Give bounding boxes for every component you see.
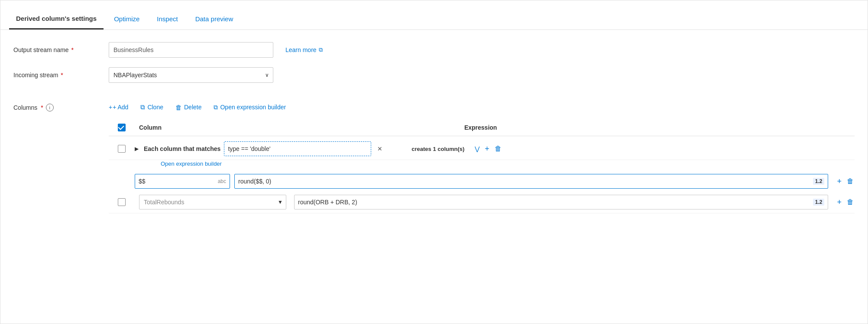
total-rebounds-col-select[interactable]: TotalRebounds bbox=[139, 195, 286, 209]
form-area: Output stream name * Learn more ⧉ Incomi… bbox=[0, 30, 868, 101]
clone-button[interactable]: ⧉ Clone bbox=[134, 101, 169, 113]
required-star-2: * bbox=[59, 72, 63, 79]
incoming-stream-row: Incoming stream * NBAPlayerStats ∨ bbox=[13, 67, 855, 83]
row-1-checkbox[interactable] bbox=[118, 145, 126, 153]
match-condition-input[interactable] bbox=[224, 141, 371, 156]
output-stream-row: Output stream name * Learn more ⧉ bbox=[13, 42, 855, 58]
delete-row-1-button[interactable]: 🗑 bbox=[494, 144, 502, 154]
tabs-bar: Derived column's settings Optimize Inspe… bbox=[0, 0, 868, 30]
required-star: * bbox=[70, 46, 74, 53]
delete-button[interactable]: 🗑 Delete bbox=[169, 101, 207, 113]
output-stream-input[interactable] bbox=[109, 42, 273, 58]
add-sub-row-button[interactable]: + bbox=[484, 144, 490, 154]
sub-col-field[interactable]: $$ abc bbox=[135, 174, 230, 189]
row-2-actions: + 🗑 bbox=[836, 197, 855, 208]
open-expr-link-row1[interactable]: Open expression builder bbox=[161, 160, 222, 167]
column-header: Column bbox=[135, 124, 464, 131]
total-rebounds-row: TotalRebounds ▼ round(ORB + DRB, 2) 1.2 … bbox=[109, 191, 855, 213]
plus-icon-row2: + bbox=[837, 198, 842, 207]
open-expr-icon: ⧉ bbox=[214, 104, 218, 111]
trash-icon-row2: 🗑 bbox=[847, 198, 854, 206]
chevron-double-down-icon: ⋁ bbox=[475, 145, 479, 152]
row-1-actions: ⋁ + 🗑 bbox=[474, 144, 502, 154]
output-stream-label: Output stream name * bbox=[13, 46, 109, 53]
table-header: Column Expression bbox=[109, 119, 855, 136]
expression-header: Expression bbox=[464, 124, 855, 131]
incoming-stream-select[interactable]: NBAPlayerStats bbox=[109, 67, 273, 83]
incoming-stream-select-wrapper: NBAPlayerStats ∨ bbox=[109, 67, 273, 83]
tab-data-preview[interactable]: Data preview bbox=[188, 10, 240, 29]
delete-icon: 🗑 bbox=[175, 104, 182, 111]
row-checkbox-cell-2 bbox=[109, 198, 135, 206]
columns-label: Columns bbox=[13, 104, 37, 111]
plus-icon-sub: + bbox=[837, 177, 842, 186]
total-rebounds-col-wrapper: TotalRebounds ▼ bbox=[139, 195, 286, 209]
incoming-stream-label: Incoming stream * bbox=[13, 72, 109, 79]
trash-icon-row1: 🗑 bbox=[495, 145, 502, 153]
row-checkbox-cell-1 bbox=[109, 145, 135, 153]
sub-expr-field[interactable]: round($$, 0) 1.2 bbox=[234, 174, 828, 189]
each-column-row: ▶ Each column that matches ✕ creates 1 c… bbox=[109, 138, 855, 160]
row-1-expr: creates 1 column(s) ⋁ + 🗑 bbox=[411, 144, 855, 154]
expand-options-button[interactable]: ⋁ bbox=[474, 144, 480, 153]
tab-derived-settings[interactable]: Derived column's settings bbox=[9, 10, 104, 29]
close-icon: ✕ bbox=[377, 145, 382, 152]
abc-badge: abc bbox=[218, 178, 226, 184]
row-1-col: ▶ Each column that matches ✕ bbox=[135, 141, 411, 156]
columns-label-row: Columns * i bbox=[13, 104, 109, 111]
open-expression-builder-button[interactable]: ⧉ Open expression builder bbox=[207, 101, 292, 113]
total-expr-field[interactable]: round(ORB + DRB, 2) 1.2 bbox=[294, 195, 828, 209]
external-link-icon: ⧉ bbox=[319, 46, 323, 53]
columns-section: Columns * i + + Add ⧉ Clon bbox=[0, 101, 868, 213]
add-button[interactable]: + + Add bbox=[109, 101, 134, 113]
expr-badge-2: 1.2 bbox=[813, 199, 825, 206]
trash-icon-sub: 🗑 bbox=[847, 177, 854, 185]
add-sub-button[interactable]: + bbox=[836, 176, 842, 187]
expand-arrow-icon[interactable]: ▶ bbox=[135, 146, 139, 152]
expr-badge-1: 1.2 bbox=[813, 178, 825, 185]
tab-inspect[interactable]: Inspect bbox=[150, 10, 185, 29]
add-row-2-button[interactable]: + bbox=[836, 197, 842, 208]
header-checkbox-cell bbox=[109, 124, 135, 131]
plus-icon-row1: + bbox=[485, 144, 489, 154]
creates-label: creates 1 column(s) bbox=[411, 146, 464, 152]
match-clear-button[interactable]: ✕ bbox=[375, 144, 385, 154]
plus-icon: + bbox=[109, 104, 112, 111]
tab-optimize[interactable]: Optimize bbox=[107, 10, 146, 29]
delete-row-2-button[interactable]: 🗑 bbox=[846, 197, 855, 207]
sub-row-1: $$ abc round($$, 0) 1.2 + 🗑 bbox=[109, 171, 855, 191]
delete-sub-button[interactable]: 🗑 bbox=[846, 177, 855, 186]
columns-toolbar: + + Add ⧉ Clone 🗑 Delete ⧉ Open expressi… bbox=[109, 101, 855, 113]
info-circle-icon: i bbox=[46, 104, 54, 111]
select-all-checkbox[interactable] bbox=[118, 124, 126, 131]
row-2-checkbox[interactable] bbox=[118, 198, 126, 206]
each-column-label: Each column that matches bbox=[144, 145, 220, 152]
learn-more-link[interactable]: Learn more ⧉ bbox=[285, 46, 323, 53]
clone-icon: ⧉ bbox=[140, 103, 145, 111]
columns-required-star: * bbox=[41, 104, 43, 111]
sub-row-1-actions: + 🗑 bbox=[836, 176, 855, 187]
pattern-row: ▶ Each column that matches ✕ creates 1 c… bbox=[109, 138, 855, 191]
